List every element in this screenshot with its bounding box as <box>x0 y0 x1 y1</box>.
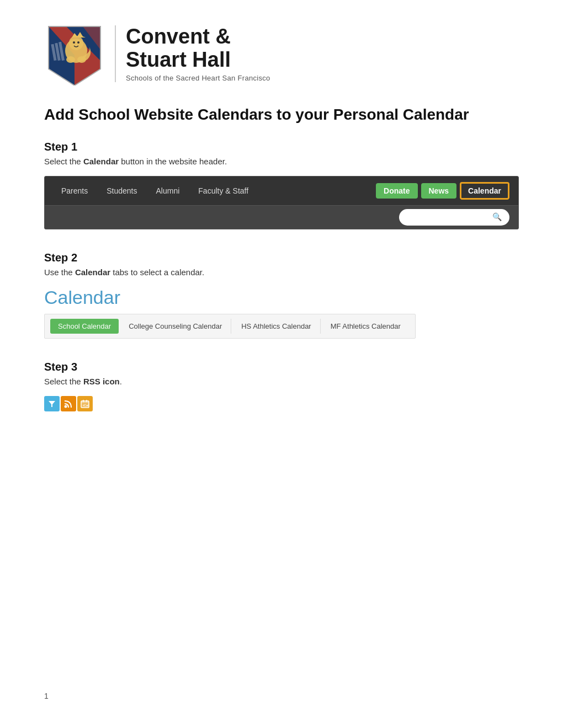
calendar-tab-college[interactable]: College Counseling Calendar <box>120 319 231 334</box>
svg-rect-14 <box>81 401 89 403</box>
nav-calendar-button[interactable]: Calendar <box>460 182 509 200</box>
calendar-section-header: Calendar <box>44 287 519 308</box>
logo-name: Convent & Stuart Hall <box>126 25 270 72</box>
svg-text:iCal: iCal <box>83 404 89 407</box>
svg-point-11 <box>65 405 67 408</box>
svg-point-7 <box>77 41 79 44</box>
step2-heading: Step 2 <box>44 251 519 264</box>
step1-heading: Step 1 <box>44 141 519 153</box>
nav-donate-button[interactable]: Donate <box>376 183 417 199</box>
svg-point-4 <box>69 36 83 50</box>
svg-point-9 <box>77 56 86 63</box>
calendar-tab-school[interactable]: School Calendar <box>50 319 119 334</box>
nav-faculty-staff[interactable]: Faculty & Staff <box>190 183 256 199</box>
rss-icons-row: iCal <box>44 396 519 411</box>
logo-section: Convent & Stuart Hall Schools of the Sac… <box>44 22 519 85</box>
ical-icon[interactable]: iCal <box>77 396 93 411</box>
svg-point-8 <box>66 56 75 63</box>
calendar-tab-hs-athletics[interactable]: HS Athletics Calendar <box>232 319 320 334</box>
nav-news-button[interactable]: News <box>421 183 457 199</box>
calendar-tab-mf-athletics[interactable]: MF Athletics Calendar <box>322 319 410 334</box>
step3-section: Step 3 Select the RSS icon. <box>44 361 519 411</box>
svg-marker-10 <box>49 401 55 407</box>
logo-text-block: Convent & Stuart Hall Schools of the Sac… <box>115 25 270 82</box>
step3-heading: Step 3 <box>44 361 519 373</box>
nav-bar-mockup: Parents Students Alumni Faculty & Staff … <box>44 176 519 229</box>
page-title: Add School Website Calendars to your Per… <box>44 105 519 124</box>
twitter-filter-icon[interactable] <box>44 396 60 411</box>
step2-section: Step 2 Use the Calendar tabs to select a… <box>44 251 519 339</box>
step1-section: Step 1 Select the Calendar button in the… <box>44 141 519 229</box>
logo-shield <box>44 22 105 85</box>
step1-text: Select the Calendar button in the websit… <box>44 157 519 166</box>
rss-feed-icon[interactable] <box>61 396 76 411</box>
svg-point-6 <box>73 41 75 44</box>
search-box[interactable]: 🔍 <box>399 209 509 226</box>
page-number: 1 <box>44 692 49 700</box>
calendar-tabs-bar: School Calendar College Counseling Calen… <box>44 314 416 339</box>
nav-bottom-row: 🔍 <box>45 205 518 229</box>
nav-alumni[interactable]: Alumni <box>148 183 188 199</box>
search-icon: 🔍 <box>492 212 502 222</box>
logo-subtitle: Schools of the Sacred Heart San Francisc… <box>126 74 270 82</box>
nav-parents[interactable]: Parents <box>54 183 95 199</box>
step2-text: Use the Calendar tabs to select a calend… <box>44 267 519 277</box>
nav-students[interactable]: Students <box>99 183 145 199</box>
nav-top-row: Parents Students Alumni Faculty & Staff … <box>45 176 518 205</box>
step3-text: Select the RSS icon. <box>44 377 519 386</box>
